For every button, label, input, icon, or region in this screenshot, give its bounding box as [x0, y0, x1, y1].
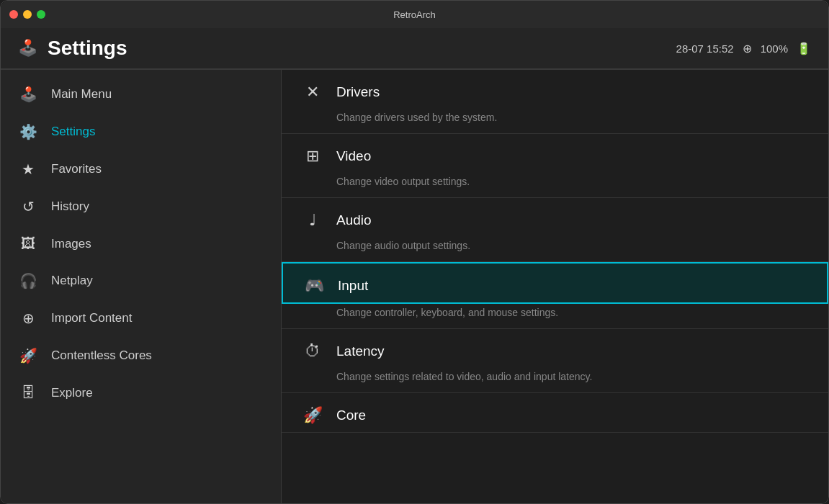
sidebar-label-favorites: Favorites	[51, 162, 102, 176]
drivers-settings-icon: ✕	[302, 83, 323, 102]
sidebar-item-settings[interactable]: ⚙️Settings	[1, 113, 281, 150]
settings-header-drivers[interactable]: ✕Drivers	[282, 70, 828, 109]
clock-icon: ⊕	[743, 42, 752, 55]
history-icon: ↺	[18, 198, 38, 215]
minimize-button[interactable]	[23, 10, 32, 19]
datetime-text: 28-07 15:52	[676, 42, 734, 55]
settings-label-input: Input	[338, 278, 368, 294]
battery-icon: 🔋	[797, 42, 811, 55]
settings-label-core: Core	[336, 408, 366, 423]
traffic-lights	[9, 10, 45, 19]
main-content: 🕹️Main Menu⚙️Settings★Favorites↺History🖼…	[1, 70, 828, 504]
settings-item-audio[interactable]: ♩AudioChange audio output settings.	[282, 198, 828, 262]
header-section: 🕹️ Settings 28-07 15:52 ⊕ 100% 🔋	[1, 28, 828, 70]
settings-item-latency[interactable]: ⏱LatencyChange settings related to video…	[282, 329, 828, 393]
sidebar-item-contentless-cores[interactable]: 🚀Contentless Cores	[1, 337, 281, 374]
settings-desc-drivers: Change drivers used by the system.	[282, 109, 828, 133]
settings-desc-input: Change controller, keyboard, and mouse s…	[282, 304, 828, 328]
app-wrapper: RetroArch 🕹️ Settings 28-07 15:52 ⊕ 100%…	[0, 0, 829, 504]
header-bar: 🕹️ Settings 28-07 15:52 ⊕ 100% 🔋	[1, 28, 828, 69]
import-content-icon: ⊕	[18, 310, 38, 327]
settings-desc-video: Change video output settings.	[282, 173, 828, 197]
retroarch-icon: 🕹️	[18, 39, 37, 58]
battery-text: 100%	[761, 42, 788, 55]
settings-header-input[interactable]: 🎮Input	[282, 262, 828, 304]
sidebar-label-netplay: Netplay	[51, 274, 93, 288]
settings-header-video[interactable]: ⊞Video	[282, 134, 828, 173]
page-title: Settings	[48, 37, 127, 60]
settings-icon: ⚙️	[18, 123, 38, 140]
sidebar-label-main-menu: Main Menu	[51, 87, 112, 102]
settings-label-drivers: Drivers	[336, 84, 380, 100]
audio-settings-icon: ♩	[302, 211, 323, 230]
latency-settings-icon: ⏱	[302, 342, 323, 361]
input-settings-icon: 🎮	[303, 276, 325, 295]
right-panel: ✕DriversChange drivers used by the syste…	[282, 70, 828, 504]
explore-icon: 🗄	[18, 384, 38, 401]
settings-desc-audio: Change audio output settings.	[282, 237, 828, 261]
sidebar-label-images: Images	[51, 237, 91, 251]
favorites-icon: ★	[18, 161, 38, 178]
video-settings-icon: ⊞	[302, 147, 323, 166]
sidebar-label-settings: Settings	[51, 125, 95, 139]
settings-header-latency[interactable]: ⏱Latency	[282, 329, 828, 368]
settings-label-latency: Latency	[336, 343, 385, 359]
sidebar-label-contentless-cores: Contentless Cores	[51, 348, 152, 363]
netplay-icon: 🎧	[18, 272, 38, 289]
settings-item-video[interactable]: ⊞VideoChange video output settings.	[282, 134, 828, 198]
close-button[interactable]	[9, 10, 18, 19]
settings-item-drivers[interactable]: ✕DriversChange drivers used by the syste…	[282, 70, 828, 134]
header-right: 28-07 15:52 ⊕ 100% 🔋	[676, 42, 811, 55]
settings-label-video: Video	[336, 148, 371, 164]
settings-header-audio[interactable]: ♩Audio	[282, 198, 828, 237]
sidebar-item-favorites[interactable]: ★Favorites	[1, 150, 281, 188]
header-left: 🕹️ Settings	[18, 37, 127, 60]
sidebar: 🕹️Main Menu⚙️Settings★Favorites↺History🖼…	[1, 70, 282, 504]
core-settings-icon: 🚀	[302, 406, 323, 425]
titlebar-title: RetroArch	[393, 9, 436, 20]
sidebar-item-explore[interactable]: 🗄Explore	[1, 374, 281, 411]
images-icon: 🖼	[18, 235, 38, 252]
sidebar-label-explore: Explore	[51, 386, 93, 400]
settings-item-input[interactable]: 🎮InputChange controller, keyboard, and m…	[282, 262, 828, 329]
sidebar-label-history: History	[51, 199, 89, 214]
sidebar-item-images[interactable]: 🖼Images	[1, 225, 281, 262]
titlebar: RetroArch	[1, 1, 828, 28]
contentless-cores-icon: 🚀	[18, 347, 38, 364]
sidebar-item-main-menu[interactable]: 🕹️Main Menu	[1, 76, 281, 113]
settings-header-core[interactable]: 🚀Core	[282, 393, 828, 432]
sidebar-item-import-content[interactable]: ⊕Import Content	[1, 300, 281, 337]
settings-label-audio: Audio	[336, 212, 372, 228]
settings-desc-latency: Change settings related to video, audio …	[282, 368, 828, 392]
main-menu-icon: 🕹️	[18, 86, 38, 103]
settings-item-core[interactable]: 🚀Core	[282, 393, 828, 433]
sidebar-label-import-content: Import Content	[51, 311, 132, 325]
sidebar-item-history[interactable]: ↺History	[1, 188, 281, 225]
maximize-button[interactable]	[37, 10, 45, 19]
sidebar-item-netplay[interactable]: 🎧Netplay	[1, 262, 281, 300]
